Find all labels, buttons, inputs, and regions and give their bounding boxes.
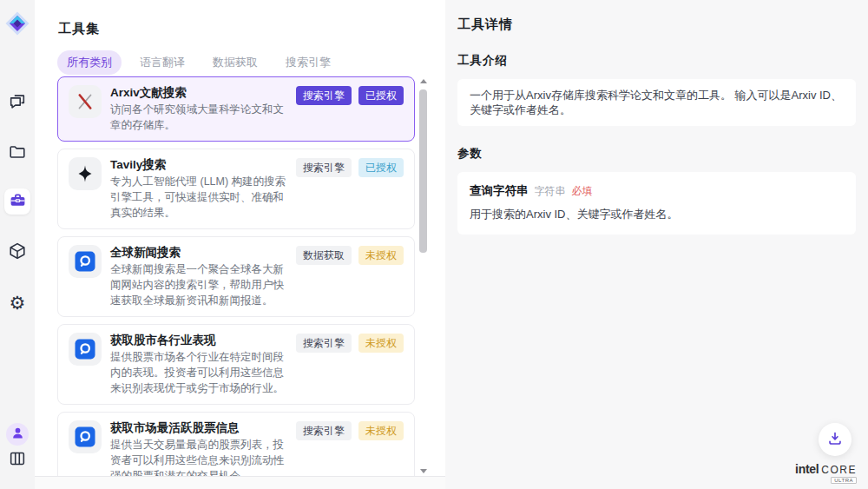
- tool-badges: 数据获取 未授权: [296, 245, 404, 265]
- tool-description: 提供股票市场各个行业在特定时间段内的表现。投资者可以利用这些信息来识别表现优于或…: [110, 349, 287, 396]
- toolset-panel: 工具集 所有类别语言翻译数据获取搜索引擎 Arxiv文献搜索 访问各个研究领域大…: [35, 0, 445, 489]
- tab-language-translation[interactable]: 语言翻译: [130, 50, 194, 75]
- scroll-up-arrow[interactable]: [420, 79, 427, 83]
- category-badge: 搜索引擎: [296, 421, 352, 440]
- tool-list: Arxiv文献搜索 访问各个研究领域大量科学论文和文章的存储库。 搜索引擎 已授…: [57, 76, 415, 476]
- category-badge: 搜索引擎: [296, 334, 352, 353]
- tool-card[interactable]: 获取股市各行业表现 提供股票市场各个行业在特定时间段内的表现。投资者可以利用这些…: [57, 324, 415, 405]
- tool-name: Arxiv文献搜索: [110, 85, 287, 101]
- category-badge: 数据获取: [296, 246, 352, 265]
- tab-data-acquisition[interactable]: 数据获取: [203, 50, 267, 75]
- auth-status-badge: 未授权: [358, 421, 404, 440]
- tool-badges: 搜索引擎 未授权: [296, 333, 404, 353]
- sidebar-item-tools[interactable]: [4, 188, 30, 215]
- params-heading: 参数: [457, 146, 856, 162]
- ultra-badge: ultra: [831, 477, 857, 484]
- list-bottom-edge: [35, 476, 445, 489]
- page-title: 工具集: [58, 21, 100, 37]
- param-type: 字符串: [535, 184, 566, 199]
- tool-name: 获取市场最活跃股票信息: [110, 420, 287, 436]
- q-search-icon: [69, 420, 102, 453]
- tool-name: 全球新闻搜索: [110, 245, 287, 261]
- download-icon: [825, 429, 845, 451]
- intel-brand-text: intel: [795, 462, 819, 476]
- tool-description: 专为人工智能代理 (LLM) 构建的搜索引擎工具，可快速提供实时、准确和真实的结…: [110, 174, 287, 221]
- intro-heading: 工具介绍: [457, 53, 856, 69]
- auth-status-badge: 未授权: [358, 246, 404, 265]
- scrollbar-thumb[interactable]: [419, 89, 427, 253]
- intro-box: 一个用于从Arxiv存储库搜索科学论文和文章的工具。 输入可以是Arxiv ID…: [457, 79, 856, 126]
- category-badge: 搜索引擎: [296, 86, 352, 105]
- tool-description: 提供当天交易量最高的股票列表，投资者可以利用这些信息来识别流动性强的股票和潜在的…: [110, 437, 287, 476]
- intro-text: 一个用于从Arxiv存储库搜索科学论文和文章的工具。 输入可以是Arxiv ID…: [470, 89, 842, 116]
- param-required-badge: 必填: [572, 184, 593, 199]
- q-search-icon: [69, 333, 102, 366]
- tool-description: 全球新闻搜索是一个聚合全球各大新闻网站内容的搜索引擎，帮助用户快速获取全球最新资…: [110, 261, 287, 308]
- param-description: 用于搜索的Arxiv ID、关键字或作者姓名。: [470, 207, 844, 222]
- scrollbar[interactable]: [418, 76, 429, 476]
- tab-all-categories[interactable]: 所有类别: [57, 50, 122, 75]
- param-name: 查询字符串: [470, 183, 529, 199]
- folder-icon: [8, 142, 27, 164]
- tool-card[interactable]: 全球新闻搜索 全球新闻搜索是一个聚合全球各大新闻网站内容的搜索引擎，帮助用户快速…: [57, 236, 415, 317]
- panels-icon: [8, 449, 27, 471]
- tool-card[interactable]: 获取市场最活跃股票信息 提供当天交易量最高的股票列表，投资者可以利用这些信息来识…: [57, 412, 415, 476]
- sidebar-item-models[interactable]: [7, 241, 28, 262]
- param-header: 查询字符串 字符串 必填: [470, 183, 844, 199]
- auth-status-badge: 已授权: [358, 86, 404, 105]
- sidebar-item-settings[interactable]: ⚙: [7, 292, 28, 313]
- toolbox-icon: [9, 191, 27, 212]
- param-box: 查询字符串 字符串 必填 用于搜索的Arxiv ID、关键字或作者姓名。: [457, 172, 856, 235]
- tool-badges: 搜索引擎 未授权: [296, 420, 404, 440]
- app-window: ⚙ 工具集 所有类别语言翻译数据获取搜索引擎 Ar: [0, 0, 868, 489]
- intel-core-logo: intelcore ultra: [795, 461, 857, 477]
- sidebar-item-files[interactable]: [7, 142, 28, 163]
- arxiv-icon: [69, 85, 102, 118]
- tool-card[interactable]: Tavily搜索 专为人工智能代理 (LLM) 构建的搜索引擎工具，可快速提供实…: [57, 149, 415, 229]
- tool-badges: 搜索引擎 已授权: [296, 85, 404, 105]
- tool-badges: 搜索引擎 已授权: [296, 157, 404, 177]
- download-button[interactable]: [819, 423, 852, 456]
- user-avatar[interactable]: [6, 423, 29, 446]
- category-tabs: 所有类别语言翻译数据获取搜索引擎: [57, 50, 340, 75]
- sidebar-item-chat[interactable]: [7, 92, 28, 113]
- tool-card[interactable]: Arxiv文献搜索 访问各个研究领域大量科学论文和文章的存储库。 搜索引擎 已授…: [57, 76, 415, 142]
- person-icon: [10, 426, 25, 443]
- app-logo: [5, 11, 30, 36]
- tool-name: 获取股市各行业表现: [110, 333, 287, 348]
- scroll-down-arrow[interactable]: [420, 469, 427, 473]
- auth-status-badge: 未授权: [358, 334, 404, 353]
- auth-status-badge: 已授权: [358, 158, 404, 177]
- gear-icon: ⚙: [10, 294, 26, 312]
- tab-search-engine[interactable]: 搜索引擎: [276, 50, 340, 75]
- details-title: 工具详情: [457, 17, 856, 33]
- chat-icon: [8, 92, 27, 114]
- star-icon: [69, 157, 102, 190]
- sidebar: ⚙: [0, 0, 35, 489]
- cube-icon: [8, 241, 27, 263]
- category-badge: 搜索引擎: [296, 158, 352, 177]
- core-brand-text: core: [821, 464, 857, 476]
- tool-description: 访问各个研究领域大量科学论文和文章的存储库。: [110, 102, 287, 133]
- q-search-icon: [69, 245, 102, 278]
- tool-details-panel: 工具详情 工具介绍 一个用于从Arxiv存储库搜索科学论文和文章的工具。 输入可…: [445, 0, 868, 489]
- tool-name: Tavily搜索: [110, 157, 287, 173]
- sidebar-item-panels[interactable]: [7, 449, 28, 470]
